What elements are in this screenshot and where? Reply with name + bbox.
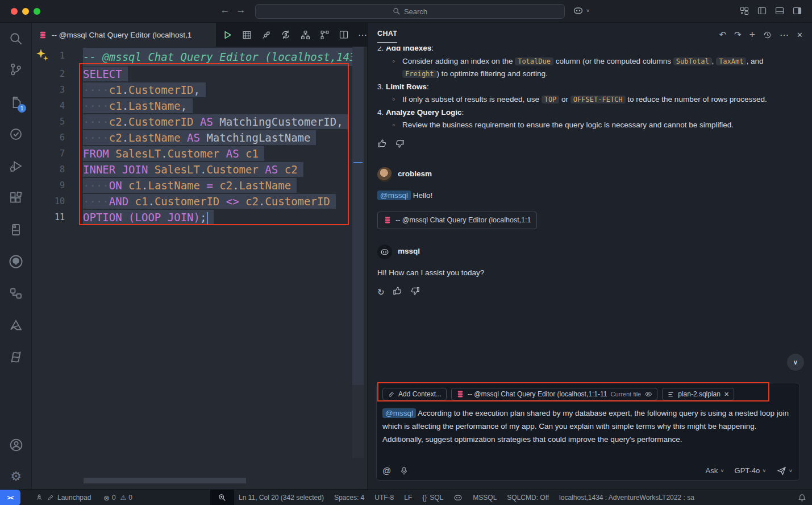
- azure-view-icon[interactable]: [0, 314, 32, 337]
- launchpad-item[interactable]: Launchpad: [35, 490, 91, 505]
- code-line[interactable]: 4····c1.LastName,: [32, 98, 352, 114]
- change-connection-button[interactable]: [281, 30, 291, 40]
- notifications-bell-icon[interactable]: [798, 490, 806, 505]
- attached-file-chip[interactable]: -- @mssql Chat Query Editor (localhost,1…: [377, 212, 537, 229]
- code-line[interactable]: 9····ON c1.LastName = c2.LastName: [32, 177, 352, 193]
- line-content: ····c1.CustomerID,: [65, 82, 352, 98]
- mention-chip[interactable]: @mssql: [377, 191, 411, 200]
- window-zoom-button[interactable]: [34, 8, 40, 15]
- file-lines-icon: [667, 391, 674, 398]
- new-chat-icon[interactable]: +: [749, 29, 756, 41]
- current-file-chip[interactable]: -- @mssql Chat Query Editor (localhost,1…: [451, 388, 657, 400]
- editor-scrollbar[interactable]: [352, 47, 364, 458]
- estimated-plan-button[interactable]: [301, 30, 310, 40]
- chat-input-text[interactable]: @mssql According to the execution plan s…: [382, 407, 794, 446]
- database-icon: [39, 31, 47, 39]
- code-editor[interactable]: 1-- @mssql Chat Query Editor (localhost,…: [32, 47, 352, 478]
- connection-item[interactable]: localhost,1434 : AdventureWorksLT2022 : …: [559, 494, 694, 502]
- code-line[interactable]: 11OPTION (LOOP JOIN);: [32, 209, 352, 225]
- copilot-icon: [573, 5, 584, 16]
- add-context-button[interactable]: Add Context...: [382, 388, 447, 400]
- chat-messages[interactable]: 2. Add Indexes:◦Consider adding an index…: [368, 47, 812, 351]
- disconnect-plug-button[interactable]: [261, 30, 271, 40]
- code-line[interactable]: 3····c1.CustomerID,: [32, 82, 352, 98]
- send-button[interactable]: ∨: [777, 466, 793, 475]
- database-projects-view-icon[interactable]: [0, 218, 32, 241]
- nav-forward-icon[interactable]: →: [234, 5, 248, 16]
- toggle-sidebar-icon[interactable]: [757, 6, 767, 15]
- language-item[interactable]: {} SQL: [422, 494, 443, 502]
- chat-close-icon[interactable]: ✕: [797, 31, 803, 39]
- encoding-item[interactable]: UTF-8: [374, 494, 394, 502]
- indentation-item[interactable]: Spaces: 4: [334, 494, 364, 502]
- zoom-indicator[interactable]: [210, 490, 234, 505]
- split-editor-button[interactable]: [339, 30, 348, 39]
- customize-layout-icon[interactable]: [740, 6, 749, 15]
- model-dropdown[interactable]: GPT-4o∨: [735, 466, 767, 475]
- extensions-view-icon[interactable]: [0, 187, 32, 209]
- code-line[interactable]: 1-- @mssql Chat Query Editor (localhost,…: [32, 48, 352, 66]
- sqlcmd-item[interactable]: SQLCMD: Off: [507, 494, 549, 502]
- problems-item[interactable]: ⊗ 0 ⚠ 0: [103, 490, 132, 505]
- copilot-menu[interactable]: ∨: [573, 5, 590, 16]
- redo-request-icon[interactable]: ↷: [734, 30, 742, 40]
- eye-icon[interactable]: [644, 390, 652, 398]
- settings-gear-icon[interactable]: ⚙: [0, 465, 32, 488]
- chat-history-icon[interactable]: [763, 31, 772, 39]
- panel-title[interactable]: CHAT: [377, 30, 397, 43]
- chat-more-icon[interactable]: ⋯: [780, 30, 789, 40]
- search-view-icon[interactable]: [0, 27, 32, 50]
- pages-view-icon[interactable]: 1: [0, 91, 32, 114]
- results-grid-button[interactable]: [242, 30, 252, 40]
- chevron-down-icon: ∨: [720, 468, 724, 473]
- code-line[interactable]: 6····c2.LastName AS MatchingLastName: [32, 130, 352, 146]
- github-view-icon[interactable]: [0, 250, 32, 273]
- copilot-status-icon[interactable]: [453, 493, 463, 502]
- chevron-down-icon: ∨: [789, 468, 793, 473]
- horizontal-scrollbar[interactable]: [84, 478, 246, 483]
- toggle-secondary-sidebar-icon[interactable]: [793, 6, 802, 15]
- eol-item[interactable]: LF: [404, 494, 412, 502]
- code-line[interactable]: 7FROM SalesLT.Customer AS c1: [32, 146, 352, 162]
- actual-plan-button[interactable]: [320, 30, 330, 40]
- run-debug-view-icon[interactable]: [0, 155, 32, 177]
- tab-active[interactable]: -- @mssql Chat Query Editor (localhost,1: [32, 23, 216, 47]
- account-icon[interactable]: [0, 433, 32, 456]
- chat-input-container[interactable]: Add Context... -- @mssql Chat Query Edit…: [376, 383, 800, 481]
- search-input[interactable]: Search: [255, 4, 565, 19]
- ask-mode-dropdown[interactable]: Ask∨: [706, 466, 724, 475]
- fabric-view-icon[interactable]: [0, 346, 32, 369]
- window-minimize-button[interactable]: [22, 8, 29, 15]
- line-number: 2: [32, 66, 65, 82]
- more-actions-button[interactable]: ⋯: [358, 30, 367, 40]
- mic-icon[interactable]: [400, 466, 408, 475]
- code-line[interactable]: 8INNER JOIN SalesLT.Customer AS c2: [32, 162, 352, 177]
- scroll-to-bottom-button[interactable]: ∨: [787, 354, 804, 371]
- scrollbar-thumb[interactable]: [352, 47, 364, 385]
- run-query-button[interactable]: [223, 30, 232, 40]
- assistant-name: mssql: [398, 245, 420, 258]
- thumbs-up-icon[interactable]: [377, 139, 387, 148]
- remove-chip-icon[interactable]: ✕: [724, 391, 729, 398]
- testing-view-icon[interactable]: [0, 123, 32, 146]
- undo-request-icon[interactable]: ↶: [719, 30, 726, 40]
- thumbs-down-icon[interactable]: [395, 139, 405, 148]
- code-line[interactable]: 5····c2.CustomerID AS MatchingCustomerID…: [32, 114, 352, 130]
- source-control-icon[interactable]: [0, 58, 32, 81]
- mssql-item[interactable]: MSSQL: [473, 494, 497, 502]
- badge-count: 1: [18, 104, 26, 113]
- cursor-position-item[interactable]: Ln 11, Col 20 (342 selected): [239, 494, 324, 502]
- nav-back-icon[interactable]: ←: [218, 5, 232, 16]
- plan-file-chip[interactable]: plan-2.sqlplan ✕: [662, 388, 734, 400]
- code-line[interactable]: 2SELECT: [32, 66, 352, 82]
- retry-icon[interactable]: ↻: [377, 286, 385, 299]
- toggle-panel-icon[interactable]: [775, 6, 784, 15]
- thumbs-down-icon[interactable]: [410, 286, 420, 299]
- line-number: 1: [32, 48, 65, 66]
- thumbs-up-icon[interactable]: [393, 286, 402, 299]
- mention-button[interactable]: @: [382, 466, 391, 475]
- code-line[interactable]: 10····AND c1.CustomerID <> c2.CustomerID: [32, 193, 352, 209]
- sql-connections-view-icon[interactable]: [0, 282, 32, 305]
- remote-indicator[interactable]: ><: [0, 490, 20, 505]
- window-close-button[interactable]: [11, 8, 18, 15]
